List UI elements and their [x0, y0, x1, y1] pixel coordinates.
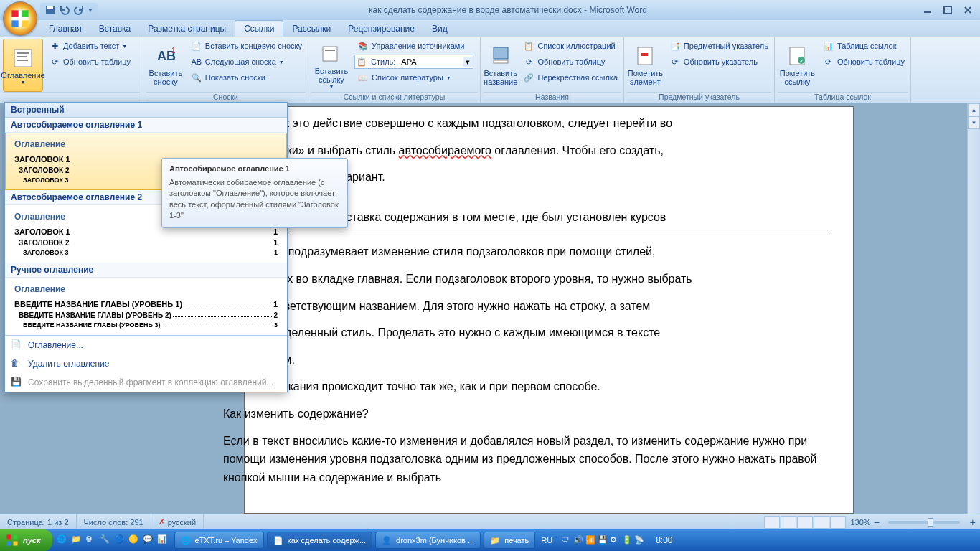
svg-rect-25: [7, 542, 11, 546]
task-item[interactable]: 📁печать: [484, 532, 535, 549]
endnote-icon: 📄: [191, 40, 202, 52]
systray-icon[interactable]: 🔋: [622, 535, 632, 545]
language-indicator[interactable]: RU: [537, 536, 557, 545]
group-captions-title: Названия: [484, 92, 621, 103]
browser-icon: 🌐: [181, 536, 191, 545]
group-toc-title: [3, 92, 140, 103]
status-page[interactable]: Страница: 1 из 2: [0, 514, 77, 529]
citation-style-combo[interactable]: 📋 Стиль: APA ▾: [354, 55, 473, 69]
toc-gallery-builtin-header: Встроенный: [5, 103, 287, 118]
scroll-down-icon[interactable]: ▼: [968, 116, 980, 129]
maximize-button[interactable]: [938, 4, 957, 17]
tab-review[interactable]: Рецензирование: [339, 21, 423, 37]
style-icon: 📋: [357, 57, 367, 67]
tray-icon[interactable]: 🌐: [57, 534, 68, 546]
cross-reference-button[interactable]: 🔗Перекрестная ссылка: [520, 70, 621, 85]
tray-icon[interactable]: 📊: [157, 534, 169, 546]
systray-icon[interactable]: 📶: [585, 535, 595, 545]
tab-mailings[interactable]: Рассылки: [283, 21, 339, 37]
svg-rect-1: [22, 10, 28, 17]
office-button[interactable]: [3, 1, 37, 36]
toc-insert-custom[interactable]: 📄Оглавление...: [5, 336, 287, 354]
ribbon-tabs: Главная Вставка Разметка страницы Ссылки…: [0, 20, 980, 37]
tab-view[interactable]: Вид: [423, 21, 456, 37]
close-button[interactable]: [958, 4, 977, 17]
style-dropdown-icon[interactable]: ▾: [463, 57, 473, 67]
update-index-button[interactable]: ⟳Обновить указатель: [666, 55, 771, 69]
tab-insert[interactable]: Вставка: [90, 21, 140, 37]
qat-dropdown-icon[interactable]: ▼: [88, 7, 93, 14]
mark-citation-button[interactable]: ✓ Пометить ссылку: [778, 39, 817, 92]
tooltip-title: Автособираемое оглавление 1: [169, 164, 340, 173]
figure-list-button[interactable]: 📋Список иллюстраций: [520, 39, 621, 53]
insert-caption-button[interactable]: Вставить название: [484, 39, 517, 92]
insert-endnote-button[interactable]: 📄Вставить концевую сноску: [188, 39, 305, 53]
footnote-icon: AB1: [154, 44, 177, 67]
svg-rect-16: [494, 47, 508, 59]
status-words[interactable]: Число слов: 291: [77, 514, 151, 529]
svg-rect-2: [11, 20, 18, 27]
update-captions-button[interactable]: ⟳Обновить таблицу: [520, 55, 621, 69]
save-icon[interactable]: [44, 4, 56, 16]
mark-entry-button[interactable]: Пометить элемент: [627, 39, 664, 92]
insert-toa-button[interactable]: 📊Таблица ссылок: [820, 39, 908, 53]
tab-references[interactable]: Ссылки: [235, 20, 283, 37]
view-web-layout[interactable]: [797, 516, 813, 529]
redo-icon[interactable]: [73, 4, 85, 16]
bibliography-button[interactable]: 📖Список литературы ▼: [354, 70, 473, 85]
systray-icon[interactable]: ⚙: [610, 535, 620, 545]
zoom-slider[interactable]: [888, 521, 960, 524]
toc-gallery-dropdown: Встроенный Автособираемое оглавление 1 О…: [4, 102, 288, 392]
manage-sources-button[interactable]: 📚Управление источниками: [354, 39, 473, 53]
view-outline[interactable]: [814, 516, 829, 529]
systray-icon[interactable]: 📡: [634, 535, 644, 545]
update-toa-button[interactable]: ⟳Обновить таблицу: [820, 55, 908, 69]
tab-home[interactable]: Главная: [40, 21, 90, 37]
show-footnotes-button[interactable]: 🔍Показать сноски: [188, 70, 305, 85]
tray-icon[interactable]: 🟡: [128, 534, 140, 546]
insert-citation-button[interactable]: Вставить ссылку▼: [311, 39, 352, 92]
systray-icon[interactable]: 🔊: [573, 535, 583, 545]
zoom-in-button[interactable]: +: [966, 517, 980, 528]
view-full-screen[interactable]: [781, 516, 796, 529]
svg-rect-24: [14, 535, 18, 540]
update-toc-button[interactable]: ⟳Обновить таблицу: [46, 55, 133, 69]
insert-footnote-button[interactable]: AB1 Вставить сноску: [146, 39, 185, 92]
zoom-out-button[interactable]: −: [871, 517, 882, 528]
tray-icon[interactable]: ⚙: [85, 534, 97, 546]
view-draft[interactable]: [830, 516, 846, 529]
add-text-button[interactable]: ✚Добавить текст ▼: [46, 39, 133, 53]
tray-icon[interactable]: 🔵: [114, 534, 126, 546]
toc-button[interactable]: Оглавление ▼: [3, 39, 43, 92]
view-print-layout[interactable]: [764, 516, 780, 529]
status-language[interactable]: ✗русский: [151, 514, 204, 529]
clock[interactable]: 8:00: [649, 535, 679, 545]
figure-list-icon: 📋: [523, 40, 534, 52]
spellcheck-icon: ✗: [159, 517, 165, 527]
vertical-scrollbar[interactable]: ▲ ▼: [967, 103, 980, 514]
task-item[interactable]: 🌐eTXT.ru – Yandex: [174, 532, 264, 549]
next-footnote-button[interactable]: ABСледующая сноска ▼: [188, 55, 305, 69]
toc-custom-icon: 📄: [11, 339, 22, 351]
group-index-title: Предметный указатель: [627, 92, 771, 103]
systray-icon[interactable]: 🛡: [561, 535, 571, 545]
scroll-up-icon[interactable]: ▲: [968, 103, 980, 116]
toc-remove[interactable]: 🗑Удалить оглавление: [5, 354, 287, 373]
toc-label: Оглавление: [1, 71, 44, 80]
toc-gallery-item-manual[interactable]: Оглавление ВВЕДИТЕ НАЗВАНИЕ ГЛАВЫ (УРОВЕ…: [5, 278, 287, 335]
task-item[interactable]: 📄как сделать содерж...: [267, 532, 373, 549]
systray-icon[interactable]: 💾: [598, 535, 608, 545]
tray-icon[interactable]: 💬: [143, 534, 154, 546]
svg-rect-10: [17, 56, 27, 57]
tray-icon[interactable]: 🔧: [100, 534, 111, 546]
task-item[interactable]: 👤dronx3m (Бунчиков ...: [375, 532, 481, 549]
start-button[interactable]: пуск: [0, 529, 52, 551]
quick-access-toolbar: ▼: [40, 3, 98, 17]
insert-index-button[interactable]: 📑Предметный указатель: [666, 39, 771, 53]
tab-layout[interactable]: Разметка страницы: [139, 21, 235, 37]
minimize-button[interactable]: [918, 4, 937, 17]
group-citations-title: Ссылки и списки литературы: [311, 92, 477, 103]
tray-icon[interactable]: 📁: [71, 534, 83, 546]
undo-icon[interactable]: [59, 4, 70, 16]
zoom-value[interactable]: 130%: [850, 518, 870, 527]
